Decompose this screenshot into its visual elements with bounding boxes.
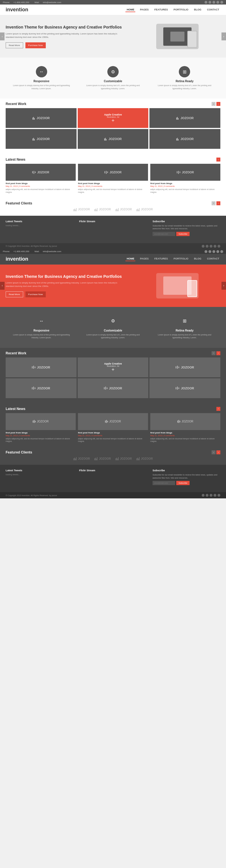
svg-rect-15 [139,208,140,211]
portfolio-plus-icon: + [112,118,115,123]
svg-rect-19 [76,457,77,460]
clients-prev-p2[interactable]: ‹ [211,451,216,454]
rss-icon-p2[interactable] [220,250,223,253]
footer-gplus-icon[interactable] [209,245,213,248]
footer-facebook-icon[interactable] [206,245,208,248]
footer-twitter-icon[interactable] [202,245,204,248]
latest-news-nav-btn-p2[interactable]: › [217,407,220,411]
copyright-p2: © Copyright 2013 Invention. All Rights R… [6,494,57,496]
footer-gplus-icon-p2[interactable] [209,494,213,497]
subscribe-button-p2[interactable]: Subscribe [176,481,190,485]
portfolio-item-5-p2[interactable]: JOZOOR [78,378,149,398]
nav-features[interactable]: FEATURES [153,8,169,12]
linkedin-icon-p2[interactable] [217,250,219,253]
svg-rect-25 [116,458,117,460]
portfolio-item-6-p2[interactable]: JOZOOR [149,378,220,398]
featured-clients-nav: ‹ › [211,201,220,205]
portfolio-item-5[interactable]: JOZOOR [78,129,149,149]
nav-home[interactable]: HOME [125,8,135,12]
latest-news-title: Latest News [6,158,25,161]
hero-section: ‹ Invention Theme for Business Agency an… [0,15,226,58]
portfolio-item-featured-p2[interactable]: Apple Creative Illustration, 3d + [78,358,149,377]
subscribe-button[interactable]: Subscribe [176,232,190,236]
portfolio-item-3[interactable]: JOZOOR [149,108,220,128]
linkedin-icon[interactable] [217,1,219,4]
nav-pages[interactable]: PAGES [139,8,150,12]
latest-news-nav-p2: › [217,407,220,411]
footer-tweets-loading: loading tweets... [6,224,74,226]
news-meta-2: May 21, 2013 | 0 comments [78,185,148,187]
clients-next-p2[interactable]: › [217,451,220,454]
subscribe-input-p2[interactable] [152,481,175,485]
portfolio-item-3-p2[interactable]: JOZOOR [149,358,220,377]
google-icon[interactable] [213,1,215,4]
portfolio-grid-p2: JOZOOR Apple Creative Illustration, 3d +… [0,358,226,403]
twitter-icon[interactable] [204,1,207,4]
facebook-icon-p2[interactable] [208,250,211,253]
recent-work-prev-p2[interactable]: ‹ [211,351,216,355]
header-p2: invention HOME PAGES FEATURES PORTFOLIO … [0,254,226,265]
site-logo[interactable]: invention [6,7,28,13]
subscribe-input[interactable] [152,232,175,236]
news-meta-1-p2: May 21, 2013 | 0 comments [6,435,76,437]
footer-social-icons [202,245,220,248]
recent-work-next[interactable]: › [217,102,220,106]
recent-work-nav: ‹ › [211,102,220,106]
twitter-icon-p2[interactable] [204,250,207,253]
clients-prev[interactable]: ‹ [211,201,216,205]
client-2-p2: JOZOOR [94,457,111,461]
read-more-button[interactable]: Read More [6,42,23,48]
nav-features-p2[interactable]: FEATURES [153,257,169,261]
svg-rect-1 [74,209,75,211]
read-more-button-p2[interactable]: Read More [6,291,23,297]
portfolio-item-4-p2[interactable]: JOZOOR [6,378,77,398]
footer-rss-icon-p2[interactable] [218,494,220,497]
portfolio-item-6[interactable]: JOZOOR [149,129,220,149]
svg-rect-21 [95,458,96,460]
feature-customizable-title: Customizable [81,80,144,83]
client-name-1-p2: JOZOOR [78,457,90,460]
footer-pin-icon-p2[interactable] [214,494,217,497]
nav-contact-p2[interactable]: CONTACT [206,257,220,261]
google-icon-p2[interactable] [213,250,215,253]
facebook-icon[interactable] [208,1,211,4]
news-title-2-p2: first post from blogs [78,431,148,434]
portfolio-logo-6-p2: JOZOOR [176,386,194,390]
hero-next-arrow[interactable]: › [222,32,226,40]
footer-pin-icon[interactable] [214,245,217,248]
clients-next[interactable]: › [217,201,220,205]
footer-facebook-icon-p2[interactable] [206,494,208,497]
feature-retina-title: Retina Ready [153,80,216,83]
site-logo-p2[interactable]: invention [6,256,28,262]
nav-pages-p2[interactable]: PAGES [139,257,150,261]
nav-blog-p2[interactable]: BLOG [193,257,202,261]
news-title-1-p2: first post from blogs [6,431,76,434]
nav-contact[interactable]: CONTACT [206,8,220,12]
latest-news-nav-btn[interactable]: › [217,158,220,161]
portfolio-logo-3-p2: JOZOOR [176,366,194,369]
recent-work-prev[interactable]: ‹ [211,102,216,106]
nav-home-p2[interactable]: HOME [125,257,135,261]
portfolio-item-1-p2[interactable]: JOZOOR [6,358,77,377]
recent-work-next-p2[interactable]: › [217,351,220,355]
footer-rss-icon[interactable] [218,245,220,248]
footer-subscribe-p2: Subscribe Subscribe for our email newsle… [152,469,220,485]
hero-prev-arrow[interactable]: ‹ [0,32,4,40]
hero-prev-arrow-p2[interactable]: ‹ [0,282,4,290]
footer-twitter-icon-p2[interactable] [202,494,204,497]
feature-customizable-p2: ⚙ Customizable Lorem ipsum is simply dum… [77,313,149,342]
news-logo-1: JOZOOR [32,171,49,174]
responsive-icon-p2: ↔ [36,315,47,327]
email-label: Mail: [34,1,39,4]
portfolio-item-1[interactable]: JOZOOR [6,108,77,128]
portfolio-item-4[interactable]: JOZOOR [6,129,77,149]
purchase-button-p2[interactable]: Purchase Now [25,291,46,297]
footer-social-icons-p2 [202,494,220,497]
rss-icon[interactable] [220,1,223,4]
nav-portfolio-p2[interactable]: PORTFOLIO [172,257,190,261]
portfolio-item-featured[interactable]: Apple Creative Illustration, 3d + [78,108,149,128]
nav-portfolio[interactable]: PORTFOLIO [172,8,190,12]
purchase-button[interactable]: Purchase Now [25,42,46,48]
hero-next-arrow-p2[interactable]: › [222,282,226,290]
nav-blog[interactable]: BLOG [193,8,202,12]
